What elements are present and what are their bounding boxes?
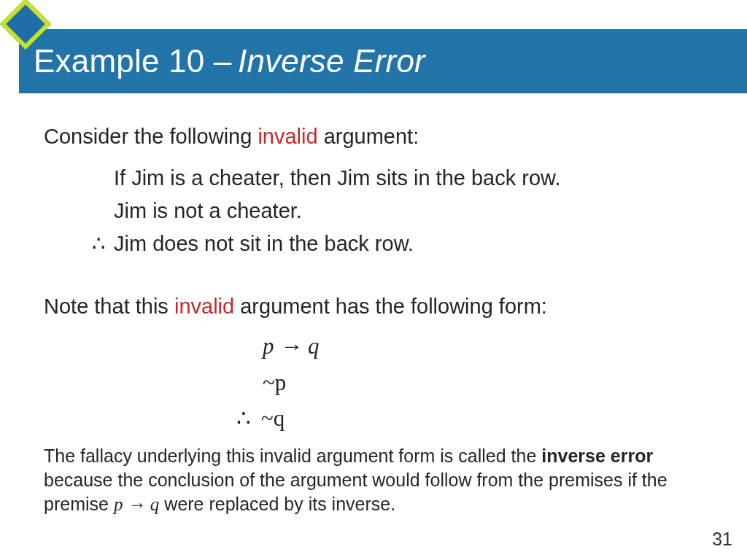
intro-line: Consider the following invalid argument: — [44, 122, 718, 151]
form-line-1: p → q — [44, 331, 718, 362]
note-invalid: invalid — [174, 295, 234, 318]
title-emphasis: Inverse Error — [238, 43, 425, 79]
slide: Example 10 – Inverse Error Consider the … — [0, 0, 747, 560]
form-l3: ~q — [261, 403, 285, 434]
intro-invalid: invalid — [258, 125, 317, 148]
expl-bold: inverse error — [541, 446, 653, 466]
form-l2: ~p — [263, 368, 286, 398]
intro-pre: Consider the following — [44, 125, 258, 148]
form-l1: p → q — [263, 331, 320, 362]
title-bar: Example 10 – Inverse Error — [19, 29, 747, 93]
note-post: argument has the following form: — [234, 295, 547, 318]
expl-t3: were replaced by its inverse. — [159, 494, 395, 514]
note-line: Note that this invalid argument has the … — [44, 292, 718, 321]
note-pre: Note that this — [44, 295, 174, 318]
intro-post: argument: — [318, 125, 419, 148]
slide-content: Consider the following invalid argument:… — [44, 117, 718, 516]
form-line-2: ~p — [44, 368, 718, 398]
conclusion: Jim does not sit in the back row. — [114, 230, 718, 258]
logical-form: p → q ~p ∴ ~q — [44, 331, 718, 435]
argument-block: If Jim is a cheater, then Jim sits in th… — [114, 164, 718, 258]
form-line-3: ∴ ~q — [44, 403, 718, 434]
page-number: 31 — [712, 529, 732, 550]
therefore-symbol: ∴ — [236, 403, 251, 434]
premise-1: If Jim is a cheater, then Jim sits in th… — [114, 164, 718, 192]
expl-t1: The fallacy underlying this invalid argu… — [44, 446, 541, 466]
title-prefix: Example 10 – — [34, 43, 231, 79]
expl-ital: p → q — [114, 494, 160, 514]
premise-2: Jim is not a cheater. — [114, 197, 718, 225]
explanation: The fallacy underlying this invalid argu… — [44, 444, 708, 516]
